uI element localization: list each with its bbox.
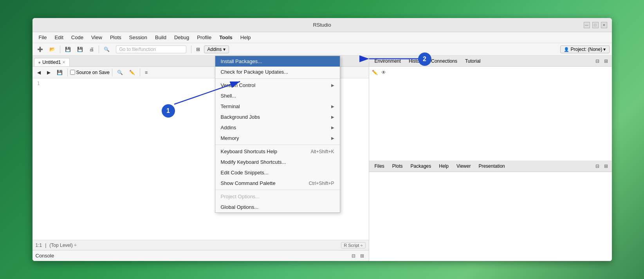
find-button[interactable]: 🔍 <box>101 46 112 53</box>
top-minimize-btn[interactable]: ⊟ <box>594 58 601 65</box>
tab-help[interactable]: Help <box>436 162 452 170</box>
right-bottom-controls: ⊟ ⊞ <box>594 163 610 170</box>
r-script-badge[interactable]: R Script ÷ <box>341 242 365 248</box>
code-tools-btn[interactable]: ≡ <box>143 69 150 76</box>
minimize-button[interactable]: — <box>584 22 590 28</box>
editor-sep2 <box>112 69 112 76</box>
tab-plots[interactable]: Plots <box>389 162 406 170</box>
menu-file[interactable]: File <box>36 33 50 42</box>
save-button[interactable]: 💾 <box>63 46 73 53</box>
go-to-file-input[interactable]: Go to file/function <box>116 45 186 53</box>
console-bar: Console ⊟ ⊞ <box>32 250 369 261</box>
menu-item-modify-shortcuts[interactable]: Modify Keyboard Shortcuts... <box>215 157 340 167</box>
right-bottom-content <box>369 172 612 261</box>
project-options-label: Project Options... <box>221 194 260 199</box>
menu-help[interactable]: Help <box>237 33 254 42</box>
history-edit-btn[interactable]: ✏️ <box>372 69 379 76</box>
open-button[interactable]: 📂 <box>47 46 58 53</box>
title-bar: RStudio — □ ✕ <box>32 18 612 32</box>
addins-arrow: ▶ <box>331 125 334 130</box>
console-maximize-btn[interactable]: ⊞ <box>359 252 366 259</box>
find-replace-btn[interactable]: 🔍 <box>115 69 125 76</box>
top-maximize-btn[interactable]: ⊞ <box>603 58 610 65</box>
bottom-minimize-btn[interactable]: ⊟ <box>594 163 601 170</box>
save-all-button[interactable]: 💾 <box>75 46 85 53</box>
maximize-button[interactable]: □ <box>592 22 599 28</box>
history-view-btn[interactable]: 👁 <box>380 69 387 76</box>
tab-tutorial[interactable]: Tutorial <box>462 57 484 65</box>
menu-separator-1 <box>215 78 340 79</box>
menu-view[interactable]: View <box>88 33 105 42</box>
source-on-save-checkbox[interactable] <box>70 70 75 75</box>
cursor-position: 1:1 <box>36 243 42 248</box>
tab-files[interactable]: Files <box>372 162 388 170</box>
menu-item-keyboard-shortcuts[interactable]: Keyboard Shortcuts Help Alt+Shift+K <box>215 146 340 157</box>
main-toolbar: ➕ 📂 💾 💾 🖨 🔍 Go to file/function ⊞ Addins… <box>32 43 612 56</box>
right-top-controls: ⊟ ⊞ <box>594 58 610 65</box>
bottom-maximize-btn[interactable]: ⊞ <box>603 163 610 170</box>
menu-plots[interactable]: Plots <box>107 33 124 42</box>
tab-close-icon[interactable]: × <box>63 60 65 65</box>
menu-session[interactable]: Session <box>126 33 150 42</box>
tab-environment[interactable]: Environment <box>372 57 404 65</box>
right-panel: Environment History Connections Tutorial… <box>369 56 612 261</box>
memory-label: Memory <box>221 135 239 141</box>
project-label: Project: (None) ▾ <box>570 47 606 52</box>
project-button[interactable]: 👤 Project: (None) ▾ <box>560 45 609 53</box>
tab-packages[interactable]: Packages <box>408 162 435 170</box>
command-palette-label: Show Command Palette <box>221 180 276 186</box>
right-top-content: ✏️ 👁 <box>369 67 612 161</box>
menu-item-background-jobs[interactable]: Background Jobs ▶ <box>215 112 340 122</box>
right-bottom-tabs: Files Plots Packages Help Viewer Present… <box>369 161 612 172</box>
menu-item-memory[interactable]: Memory ▶ <box>215 133 340 143</box>
global-options-label: Global Options... <box>221 204 259 210</box>
toolbar-separator-3 <box>191 45 191 53</box>
toolbar-separator-2 <box>99 45 99 53</box>
menu-debug[interactable]: Debug <box>171 33 192 42</box>
new-file-button[interactable]: ➕ <box>35 46 45 53</box>
menu-item-edit-snippets[interactable]: Edit Code Snippets... <box>215 167 340 178</box>
menu-item-global-options[interactable]: Global Options... <box>215 202 340 212</box>
back-button[interactable]: ◀ <box>35 69 43 76</box>
menu-profile[interactable]: Profile <box>194 33 215 42</box>
code-level: (Top Level) ÷ <box>49 243 76 248</box>
menu-item-version-control[interactable]: Version Control ▶ <box>215 80 340 91</box>
shell-label: Shell... <box>221 93 236 99</box>
terminal-label: Terminal <box>221 103 240 109</box>
window-controls: — □ ✕ <box>584 22 607 28</box>
menu-item-install-packages[interactable]: Install Packages... <box>215 56 340 67</box>
menu-tools[interactable]: Tools <box>216 33 236 42</box>
menu-code[interactable]: Code <box>68 33 87 42</box>
forward-button[interactable]: ▶ <box>45 69 53 76</box>
check-updates-label: Check for Package Updates... <box>221 69 289 75</box>
terminal-arrow: ▶ <box>331 104 334 109</box>
tab-presentation[interactable]: Presentation <box>475 162 508 170</box>
edit-snippets-label: Edit Code Snippets... <box>221 170 269 176</box>
console-label: Console <box>36 253 54 259</box>
editor-save-btn[interactable]: 💾 <box>54 69 65 76</box>
menu-item-addins[interactable]: Addins ▶ <box>215 122 340 133</box>
console-minimize-btn[interactable]: ⊟ <box>350 252 357 259</box>
window-title: RStudio <box>61 22 584 28</box>
menu-edit[interactable]: Edit <box>51 33 66 42</box>
spell-check-btn[interactable]: ✏️ <box>127 69 137 76</box>
print-button[interactable]: 🖨 <box>87 46 96 53</box>
install-packages-label: Install Packages... <box>221 58 262 64</box>
menu-separator-3 <box>215 190 340 190</box>
menu-item-shell[interactable]: Shell... <box>215 91 340 101</box>
menu-item-terminal[interactable]: Terminal ▶ <box>215 101 340 112</box>
editor-tab-untitled1[interactable]: ● Untitled1 × <box>34 58 70 66</box>
tab-connections[interactable]: Connections <box>428 57 460 65</box>
menu-build[interactable]: Build <box>152 33 170 42</box>
menu-item-check-updates[interactable]: Check for Package Updates... <box>215 67 340 77</box>
command-palette-shortcut: Ctrl+Shift+P <box>309 181 334 186</box>
version-control-label: Version Control <box>221 82 256 88</box>
annotation-circle-2: 2 <box>418 53 431 66</box>
addins-button[interactable]: Addins ▾ <box>204 45 229 53</box>
tab-viewer[interactable]: Viewer <box>453 162 474 170</box>
toolbar-separator-1 <box>60 45 60 53</box>
close-button[interactable]: ✕ <box>601 22 607 28</box>
menu-item-command-palette[interactable]: Show Command Palette Ctrl+Shift+P <box>215 178 340 188</box>
memory-arrow: ▶ <box>331 136 334 140</box>
layout-button[interactable]: ⊞ <box>194 46 202 53</box>
